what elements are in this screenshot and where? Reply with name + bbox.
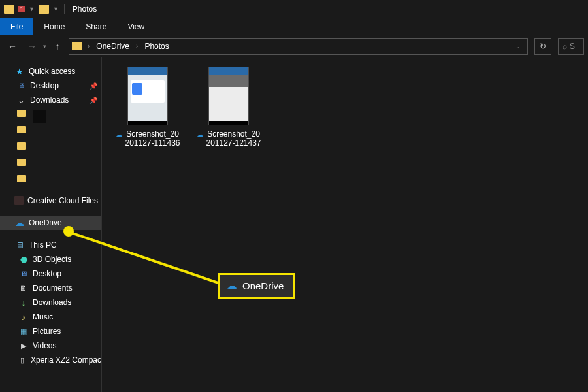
sidebar-item-label: Videos bbox=[33, 341, 56, 350]
folder-icon[interactable] bbox=[17, 142, 26, 150]
sidebar-item-creative-cloud[interactable]: Creative Cloud Files bbox=[0, 193, 101, 208]
sidebar-item-pictures[interactable]: ▦ Pictures bbox=[0, 324, 101, 338]
sidebar-item-documents[interactable]: 🗎 Documents bbox=[0, 281, 101, 295]
recent-folders-grid bbox=[17, 107, 101, 193]
pin-icon: 📌 bbox=[90, 82, 97, 90]
recent-locations-dropdown[interactable]: ▾ bbox=[43, 43, 46, 50]
separator bbox=[64, 4, 65, 14]
file-name: Screenshot_20201127-111436 bbox=[125, 129, 180, 148]
sidebar-item-label: Documents bbox=[33, 284, 73, 293]
address-folder-icon bbox=[72, 42, 82, 50]
sidebar-item-label: Music bbox=[33, 312, 53, 321]
folder-icon[interactable] bbox=[17, 110, 26, 117]
breadcrumb[interactable]: Photos bbox=[142, 42, 171, 51]
download-icon: ↓ bbox=[18, 297, 29, 308]
qat-customize-icon[interactable]: ▼ bbox=[53, 6, 59, 12]
folder-icon[interactable] bbox=[17, 126, 26, 133]
file-thumbnail bbox=[127, 67, 168, 125]
quick-access-toolbar: ▼ ▼ bbox=[0, 4, 70, 14]
file-list-pane[interactable]: ☁ Screenshot_20201127-111436 ☁ Screensho… bbox=[102, 57, 588, 392]
sidebar-item-label: Desktop bbox=[30, 81, 59, 90]
sidebar-item-label: Desktop bbox=[33, 269, 61, 278]
cloud-status-icon: ☁ bbox=[115, 130, 123, 139]
document-icon: 🗎 bbox=[18, 283, 29, 293]
redacted-block bbox=[33, 110, 46, 123]
desktop-icon: 🖥 bbox=[16, 80, 26, 91]
search-icon: ⌕ bbox=[563, 42, 567, 51]
sidebar-item-label: Quick access bbox=[29, 67, 75, 76]
refresh-button[interactable]: ↻ bbox=[534, 38, 551, 55]
phone-icon: ▯ bbox=[18, 355, 27, 365]
pc-icon: 🖥 bbox=[14, 240, 25, 250]
music-icon: ♪ bbox=[18, 312, 29, 322]
sidebar-item-videos[interactable]: ▶ Videos bbox=[0, 338, 101, 353]
sidebar-item-pc-desktop[interactable]: 🖥 Desktop bbox=[0, 267, 101, 281]
file-thumbnail bbox=[208, 67, 249, 125]
window-title: Photos bbox=[70, 5, 97, 14]
back-button[interactable]: ← bbox=[4, 38, 21, 55]
chevron-down-icon: ⌄ bbox=[16, 95, 26, 105]
search-placeholder: S bbox=[570, 42, 575, 51]
sidebar-item-label: Xperia XZ2 Compac bbox=[31, 355, 101, 365]
annotation-callout: ☁ OneDrive bbox=[218, 273, 295, 299]
star-icon: ★ bbox=[14, 66, 25, 76]
qat-properties-icon[interactable] bbox=[18, 6, 25, 12]
address-dropdown-icon[interactable]: ⌄ bbox=[512, 43, 525, 50]
sidebar-item-desktop[interactable]: 🖥 Desktop 📌 bbox=[0, 78, 101, 93]
file-item[interactable]: ☁ Screenshot_20201127-121437 bbox=[196, 67, 261, 148]
sidebar-item-music[interactable]: ♪ Music bbox=[0, 310, 101, 324]
title-bar: ▼ ▼ Photos bbox=[0, 0, 588, 18]
tab-share[interactable]: Share bbox=[75, 18, 117, 35]
sidebar-item-label: Downloads bbox=[33, 298, 71, 307]
video-icon: ▶ bbox=[18, 340, 29, 351]
sidebar-item-pc-downloads[interactable]: ↓ Downloads bbox=[0, 295, 101, 310]
sidebar-item-phone[interactable]: ▯ Xperia XZ2 Compac bbox=[0, 353, 101, 367]
tab-home[interactable]: Home bbox=[33, 18, 75, 35]
qat-new-folder-icon[interactable] bbox=[39, 5, 49, 14]
qat-dropdown-icon[interactable]: ▼ bbox=[29, 6, 35, 12]
onedrive-icon: ☁ bbox=[226, 279, 237, 293]
search-box[interactable]: ⌕ S bbox=[558, 38, 584, 55]
cloud-status-icon: ☁ bbox=[196, 130, 204, 139]
pictures-icon: ▦ bbox=[18, 326, 29, 336]
chevron-right-icon[interactable]: › bbox=[133, 42, 140, 50]
sidebar-item-quick-access[interactable]: ★ Quick access bbox=[0, 64, 101, 78]
sidebar-item-onedrive[interactable]: ☁ OneDrive bbox=[0, 216, 101, 230]
creative-cloud-icon bbox=[14, 196, 24, 205]
sidebar-item-label: This PC bbox=[29, 240, 57, 250]
desktop-icon: 🖥 bbox=[18, 269, 29, 279]
sidebar-item-label: Creative Cloud Files bbox=[27, 196, 98, 205]
folder-icon bbox=[4, 5, 14, 14]
forward-button[interactable]: → bbox=[24, 38, 41, 55]
ribbon-tabs: File Home Share View bbox=[0, 18, 588, 35]
sidebar-item-label: 3D Objects bbox=[33, 255, 71, 264]
sidebar-item-label: OneDrive bbox=[29, 218, 62, 227]
sidebar-item-this-pc[interactable]: 🖥 This PC bbox=[0, 238, 101, 252]
file-name: Screenshot_20201127-121437 bbox=[206, 129, 261, 148]
tab-view[interactable]: View bbox=[117, 18, 155, 35]
cube-icon: ⬣ bbox=[18, 254, 29, 265]
chevron-right-icon[interactable]: › bbox=[85, 42, 92, 50]
up-button[interactable]: ↑ bbox=[49, 38, 66, 55]
navigation-pane: ★ Quick access 🖥 Desktop 📌 ⌄ Downloads 📌… bbox=[0, 57, 102, 392]
breadcrumb[interactable]: OneDrive bbox=[93, 42, 132, 51]
pin-icon: 📌 bbox=[90, 97, 97, 104]
navigation-row: ← → ▾ ↑ › OneDrive › Photos ⌄ ↻ ⌕ S bbox=[0, 35, 588, 57]
file-tab[interactable]: File bbox=[0, 18, 33, 35]
file-item[interactable]: ☁ Screenshot_20201127-111436 bbox=[115, 67, 180, 148]
onedrive-icon: ☁ bbox=[14, 218, 25, 228]
folder-icon[interactable] bbox=[17, 175, 26, 182]
annotation-label: OneDrive bbox=[242, 280, 284, 291]
folder-icon[interactable] bbox=[17, 159, 26, 166]
sidebar-item-3d-objects[interactable]: ⬣ 3D Objects bbox=[0, 252, 101, 267]
sidebar-item-downloads[interactable]: ⌄ Downloads 📌 bbox=[0, 93, 101, 107]
main-area: ★ Quick access 🖥 Desktop 📌 ⌄ Downloads 📌… bbox=[0, 57, 588, 392]
sidebar-item-label: Pictures bbox=[33, 327, 61, 336]
address-bar[interactable]: › OneDrive › Photos ⌄ bbox=[69, 38, 528, 55]
sidebar-item-label: Downloads bbox=[30, 95, 69, 105]
